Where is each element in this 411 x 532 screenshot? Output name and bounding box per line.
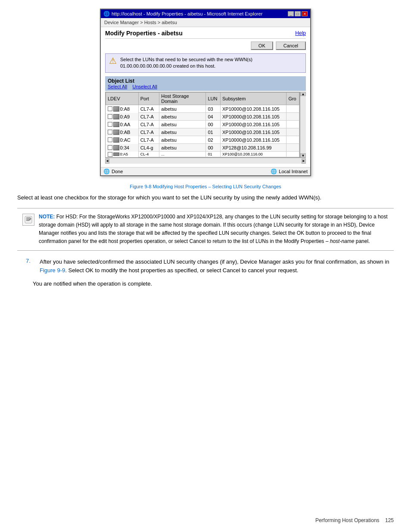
scroll-up-button[interactable]: ▲ — [300, 92, 306, 96]
port-cell-partial: CL-4 — [138, 152, 159, 157]
ldev-checkbox[interactable] — [108, 106, 112, 111]
ldev-table-container: LDEV Port Host Storage Domain LUN Subsys… — [105, 92, 306, 158]
ldev-cell[interactable]: 0:A8 — [106, 105, 138, 113]
gro-cell-partial — [286, 152, 299, 157]
ldev-cell[interactable]: 0:AC — [106, 136, 138, 144]
gro-cell — [286, 105, 299, 113]
status-done: 🌐 Done — [103, 168, 123, 174]
ldev-value: 0:AB — [120, 130, 131, 135]
table-row: 0:34 CL4-g aibetsu 00 XP128@10.208.116.9… — [106, 144, 299, 152]
gro-cell — [286, 121, 299, 128]
ldev-cell: 0:A5 — [106, 152, 139, 157]
step-link[interactable]: Figure 9-9 — [40, 267, 65, 274]
ldev-cell[interactable]: 0:AA — [106, 121, 138, 128]
note-italic: host-name — [330, 238, 355, 244]
ldev-checkbox[interactable] — [108, 137, 112, 142]
footer-text: Performing Host Operations 125 — [315, 517, 394, 523]
ldev-icon — [113, 114, 119, 119]
step-content: After you have selected/confirmed the as… — [40, 258, 394, 276]
col-ldev: LDEV — [106, 92, 139, 105]
port-cell: CL7-A — [138, 113, 159, 121]
ldev-cell[interactable]: 0:34 — [106, 144, 138, 152]
horizontal-scrollbar[interactable]: ◄ ► — [105, 158, 306, 164]
restore-button[interactable]: □ — [295, 11, 301, 16]
close-button[interactable]: ✕ — [302, 11, 308, 16]
breadcrumb: Device Manager > Hosts > aibetsu — [101, 18, 310, 27]
table-row: 0:AA CL7-A aibetsu 00 XP10000@10.208.116… — [106, 121, 299, 128]
warning-box: ⚠ Select the LUNs that need to be secure… — [105, 53, 306, 73]
select-all-link[interactable]: Select All — [108, 84, 127, 89]
gro-cell — [286, 144, 299, 152]
subsystem-cell-partial: XP100@10.208.116.00 — [220, 152, 286, 157]
ldev-icon — [113, 122, 119, 127]
step-number: 7. — [26, 258, 33, 276]
unselect-all-link[interactable]: Unselect All — [132, 84, 157, 89]
page-footer: Performing Host Operations 125 — [315, 517, 394, 523]
lun-cell: 01 — [206, 128, 221, 136]
status-intranet: 🌐 Local Intranet — [271, 168, 308, 174]
table-row: 0:AC CL7-A aibetsu 02 XP10000@10.208.116… — [106, 136, 299, 144]
lun-cell: 00 — [206, 144, 221, 152]
table-row: 0:A9 CL7-A aibetsu 04 XP10000@10.208.116… — [106, 113, 299, 121]
subsystem-cell: XP10000@10.208.116.105 — [220, 105, 286, 113]
table-row: 0:AB CL7-A aibetsu 01 XP10000@10.208.116… — [106, 128, 299, 136]
ldev-checkbox[interactable] — [108, 122, 112, 127]
scroll-left-button[interactable]: ◄ — [105, 159, 109, 164]
ldev-cell[interactable]: 0:A9 — [106, 113, 138, 121]
gro-cell — [286, 136, 299, 144]
lun-cell: 02 — [206, 136, 221, 144]
col-lun: LUN — [206, 92, 221, 105]
scroll-down-button[interactable]: ▼ — [300, 153, 306, 158]
select-links: Select All Unselect All — [108, 84, 303, 89]
hsd-cell-partial: ... — [159, 152, 206, 157]
subsystem-cell: XP10000@10.208.116.105 — [220, 128, 286, 136]
ldev-value: 0:34 — [120, 145, 129, 150]
intranet-icon: 🌐 — [271, 168, 277, 174]
note-label: NOTE: — [39, 214, 55, 220]
port-cell: CL7-A — [138, 121, 159, 128]
svg-rect-0 — [25, 216, 32, 223]
browser-icon: 🌐 — [103, 11, 110, 17]
browser-window: 🌐 http://localhost - Modify Properties -… — [100, 9, 311, 176]
ldev-checkbox[interactable] — [108, 145, 112, 150]
lun-cell: 04 — [206, 113, 221, 121]
lun-cell-partial: 01 — [206, 152, 221, 157]
ldev-value-partial: 0:A5 — [120, 152, 128, 156]
ldev-checkbox[interactable] — [108, 130, 112, 134]
ldev-icon — [113, 106, 119, 112]
vertical-scrollbar[interactable]: ▲ ▼ — [300, 92, 306, 158]
ldev-checkbox[interactable] — [108, 114, 112, 119]
ldev-value: 0:AA — [120, 122, 131, 127]
col-subsystem: Subsystem — [220, 92, 286, 105]
hsd-cell: aibetsu — [159, 128, 206, 136]
col-hsd: Host Storage Domain — [159, 92, 206, 105]
port-cell: CL7-A — [138, 128, 159, 136]
cancel-button[interactable]: Cancel — [276, 41, 306, 50]
table-row: 0:A5 CL-4 ... 01 XP100@10.208.116.00 — [106, 152, 299, 157]
table-scroll-area[interactable]: LDEV Port Host Storage Domain LUN Subsys… — [105, 92, 300, 158]
gro-cell — [286, 128, 299, 136]
hsd-cell: aibetsu — [159, 113, 206, 121]
lun-cell: 00 — [206, 121, 221, 128]
ldev-cell[interactable]: 0:AB — [106, 128, 138, 136]
scroll-right-button[interactable]: ► — [302, 159, 306, 164]
ldev-value: 0:A8 — [120, 106, 130, 112]
hsd-cell: aibetsu — [159, 105, 206, 113]
browser-titlebar: 🌐 http://localhost - Modify Properties -… — [101, 9, 310, 18]
note-box: NOTE: For HSD: For the StorageWorks XP12… — [17, 208, 394, 251]
object-list-title: Object List — [108, 78, 303, 84]
scroll-track — [300, 96, 306, 154]
subsystem-cell: XP10000@10.208.116.105 — [220, 113, 286, 121]
ok-button[interactable]: OK — [251, 41, 273, 50]
table-header-row: LDEV Port Host Storage Domain LUN Subsys… — [106, 92, 299, 105]
scroll-track-h — [109, 159, 302, 164]
minimize-button[interactable]: _ — [288, 11, 294, 16]
browser-controls[interactable]: _ □ ✕ — [288, 11, 308, 16]
help-link[interactable]: Help — [295, 30, 306, 36]
dialog-content: Modify Properties - aibetsu Help OK Canc… — [101, 27, 310, 167]
warning-text: Select the LUNs that need to be secured … — [120, 56, 252, 70]
hsd-cell: aibetsu — [159, 144, 206, 152]
step-text-before: After you have selected/confirmed the as… — [40, 258, 389, 265]
ldev-value: 0:AC — [120, 137, 131, 143]
figure-caption: Figure 9-8 Modifying Host Properties – S… — [17, 184, 394, 189]
